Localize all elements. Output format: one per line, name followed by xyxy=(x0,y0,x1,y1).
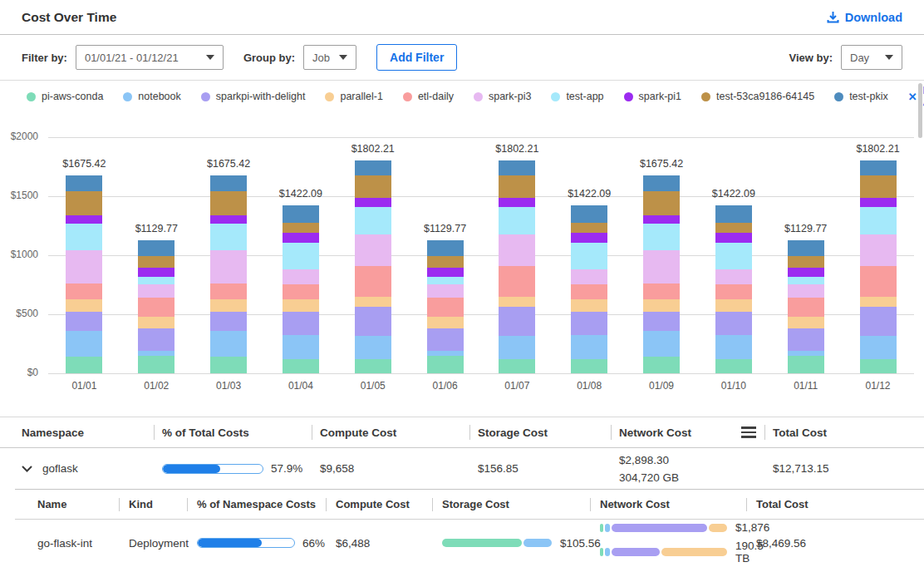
stacked-bar-01/11[interactable] xyxy=(788,240,824,373)
legend-item-test-53ca9186-64145[interactable]: test-53ca9186-64145 xyxy=(701,91,814,102)
bar-segment-parallel-1[interactable] xyxy=(355,297,391,307)
bar-segment-test-pkix[interactable] xyxy=(210,175,247,191)
bar-segment-pi-aws-conda[interactable] xyxy=(66,357,102,373)
column-header-network-cost[interactable]: Network Cost xyxy=(590,490,746,519)
bar-segment-spark-pi3[interactable] xyxy=(715,269,752,284)
column-header-total-cost[interactable]: Total Cost xyxy=(764,417,924,447)
bar-segment-test-pkix[interactable] xyxy=(283,205,319,223)
bar-segment-parallel-1[interactable] xyxy=(715,299,752,311)
bar-segment-spark-pi3[interactable] xyxy=(283,269,319,284)
stacked-bar-01/04[interactable] xyxy=(283,205,319,373)
bar-segment-test-53ca9186-64145[interactable] xyxy=(427,256,464,268)
bar-segment-notebook[interactable] xyxy=(210,331,247,357)
legend-item-spark-pi3[interactable]: spark-pi3 xyxy=(474,91,531,102)
bar-segment-test-53ca9186-64145[interactable] xyxy=(860,175,897,198)
legend-item-parallel-1[interactable]: parallel-1 xyxy=(325,91,382,102)
bar-segment-notebook[interactable] xyxy=(66,331,102,357)
bar-segment-spark-pi1[interactable] xyxy=(427,268,464,277)
bar-segment-test-app[interactable] xyxy=(715,243,752,269)
scrollbar[interactable] xyxy=(918,83,922,138)
group-by-select[interactable]: Job xyxy=(303,45,356,70)
bar-segment-test-pkix[interactable] xyxy=(355,160,391,175)
bar-segment-notebook[interactable] xyxy=(499,336,535,359)
bar-segment-test-pkix[interactable] xyxy=(66,175,102,191)
legend-item-notebook[interactable]: notebook xyxy=(123,91,180,102)
bar-segment-etl-daily[interactable] xyxy=(138,298,174,317)
add-filter-button[interactable]: Add Filter xyxy=(376,44,457,71)
bar-segment-etl-daily[interactable] xyxy=(643,284,680,300)
bar-segment-sparkpi-with-delight[interactable] xyxy=(499,307,535,336)
bar-segment-test-53ca9186-64145[interactable] xyxy=(210,191,247,215)
table-row[interactable]: goflask 57.9% $9,658 $156.85 $2,898.30 3… xyxy=(0,448,924,489)
bar-segment-notebook[interactable] xyxy=(355,336,391,359)
bar-segment-etl-daily[interactable] xyxy=(571,284,607,299)
bar-segment-test-53ca9186-64145[interactable] xyxy=(571,223,607,233)
bar-segment-test-53ca9186-64145[interactable] xyxy=(643,191,680,215)
stacked-bar-01/05[interactable] xyxy=(355,160,391,373)
bar-segment-test-pkix[interactable] xyxy=(427,240,464,256)
bar-segment-parallel-1[interactable] xyxy=(643,299,680,311)
column-header-network-cost[interactable]: Network Cost xyxy=(611,417,764,447)
column-header-%-of-total-costs[interactable]: % of Total Costs xyxy=(154,417,312,447)
bar-segment-notebook[interactable] xyxy=(283,335,319,359)
bar-segment-sparkpi-with-delight[interactable] xyxy=(210,312,247,331)
bar-segment-spark-pi1[interactable] xyxy=(860,198,897,207)
bar-segment-pi-aws-conda[interactable] xyxy=(210,357,247,373)
bar-segment-pi-aws-conda[interactable] xyxy=(355,359,391,373)
bar-segment-pi-aws-conda[interactable] xyxy=(283,359,319,373)
legend-item-sparkpi-with-delight[interactable]: sparkpi-with-delight xyxy=(201,91,306,102)
date-range-select[interactable]: 01/01/21 - 01/12/21 xyxy=(76,45,224,70)
stacked-bar-01/10[interactable] xyxy=(715,205,752,373)
bar-segment-test-53ca9186-64145[interactable] xyxy=(355,175,391,198)
bar-segment-test-app[interactable] xyxy=(427,277,464,284)
stacked-bar-01/01[interactable] xyxy=(66,175,102,373)
bar-segment-spark-pi3[interactable] xyxy=(788,284,824,298)
bar-segment-test-app[interactable] xyxy=(571,243,607,269)
bar-segment-spark-pi1[interactable] xyxy=(788,268,824,277)
legend-item-test-pkix[interactable]: test-pkix xyxy=(834,91,888,102)
bar-segment-test-53ca9186-64145[interactable] xyxy=(499,175,535,198)
bar-segment-spark-pi1[interactable] xyxy=(283,233,319,243)
bar-segment-test-pkix[interactable] xyxy=(715,205,752,223)
table-row[interactable]: go-flask-int Deployment 66% $6,488 $105.… xyxy=(15,520,924,566)
bar-segment-pi-aws-conda[interactable] xyxy=(643,357,680,373)
bar-segment-spark-pi3[interactable] xyxy=(427,284,464,298)
bar-segment-test-53ca9186-64145[interactable] xyxy=(138,256,174,268)
bar-segment-test-app[interactable] xyxy=(860,207,897,234)
bar-segment-notebook[interactable] xyxy=(571,335,607,359)
stacked-bar-01/02[interactable] xyxy=(138,240,174,373)
bar-segment-test-app[interactable] xyxy=(138,277,174,284)
bar-segment-pi-aws-conda[interactable] xyxy=(571,359,607,373)
bar-segment-spark-pi1[interactable] xyxy=(138,268,174,277)
bar-segment-pi-aws-conda[interactable] xyxy=(427,356,464,373)
bar-segment-test-pkix[interactable] xyxy=(860,160,897,175)
stacked-bar-01/07[interactable] xyxy=(499,160,535,373)
bar-segment-etl-daily[interactable] xyxy=(427,298,464,317)
bar-segment-spark-pi1[interactable] xyxy=(571,233,607,243)
bar-segment-spark-pi3[interactable] xyxy=(355,234,391,266)
bar-segment-test-pkix[interactable] xyxy=(138,240,174,256)
legend-item-test-app[interactable]: test-app xyxy=(551,91,603,102)
chevron-down-icon[interactable] xyxy=(22,466,32,472)
bar-segment-etl-daily[interactable] xyxy=(210,284,247,300)
bar-segment-sparkpi-with-delight[interactable] xyxy=(427,328,464,351)
bar-segment-spark-pi1[interactable] xyxy=(66,215,102,224)
legend-item-etl-daily[interactable]: etl-daily xyxy=(403,91,454,102)
stacked-bar-01/03[interactable] xyxy=(210,175,247,373)
legend-item-spark-pi1[interactable]: spark-pi1 xyxy=(624,91,681,102)
bar-segment-sparkpi-with-delight[interactable] xyxy=(788,328,824,351)
bar-segment-test-53ca9186-64145[interactable] xyxy=(283,223,319,233)
bar-segment-test-app[interactable] xyxy=(66,224,102,250)
bar-segment-test-pkix[interactable] xyxy=(643,175,680,191)
bar-segment-pi-aws-conda[interactable] xyxy=(860,359,897,373)
column-header-namespace[interactable]: Namespace xyxy=(0,417,154,447)
bar-segment-spark-pi3[interactable] xyxy=(643,250,680,284)
bar-segment-spark-pi1[interactable] xyxy=(210,215,247,224)
bar-segment-sparkpi-with-delight[interactable] xyxy=(355,307,391,336)
bar-segment-parallel-1[interactable] xyxy=(571,299,607,311)
bar-segment-parallel-1[interactable] xyxy=(210,299,247,311)
bar-segment-spark-pi1[interactable] xyxy=(499,198,535,207)
column-header-compute-cost[interactable]: Compute Cost xyxy=(312,417,469,447)
column-menu-icon[interactable] xyxy=(741,426,756,438)
bar-segment-test-53ca9186-64145[interactable] xyxy=(788,256,824,268)
